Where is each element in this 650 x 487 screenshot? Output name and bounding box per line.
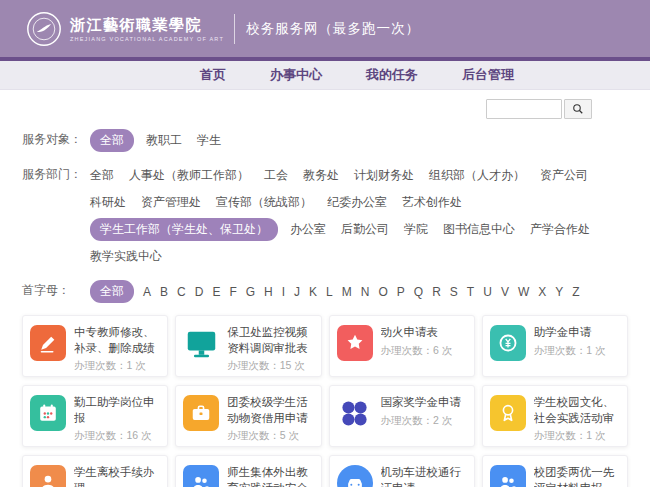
filter-option[interactable]: 资产管理处 bbox=[141, 191, 201, 214]
service-card[interactable]: 助学金申请办理次数：1 次 bbox=[482, 315, 628, 377]
filter-option[interactable]: 全部 bbox=[90, 129, 134, 152]
filter-option[interactable]: W bbox=[518, 282, 529, 302]
card-title: 机动车进校通行证申请 bbox=[381, 465, 467, 487]
service-card-grid: 中专教师修改、补录、删除成绩申请办理次数：1 次保卫处监控视频资料调阅审批表办理… bbox=[22, 315, 628, 487]
filter-option[interactable]: 组织部（人才办） bbox=[429, 164, 525, 187]
nav-item-2[interactable]: 办事中心 bbox=[270, 66, 322, 84]
service-card[interactable]: 校团委两优一先评定材料申报办理次数：1 次 bbox=[482, 455, 628, 487]
service-card[interactable]: 机动车进校通行证申请办理次数：45 次 bbox=[329, 455, 475, 487]
filter-option[interactable]: L bbox=[326, 282, 333, 302]
filter-option[interactable]: 教职工 bbox=[146, 129, 182, 152]
filter-option[interactable]: A bbox=[143, 282, 151, 302]
school-name: 浙江藝術職業學院 bbox=[70, 16, 224, 34]
search-button[interactable] bbox=[564, 99, 592, 119]
card-count: 办理次数：2 次 bbox=[381, 414, 462, 428]
filter-option[interactable]: M bbox=[342, 282, 352, 302]
filter-option[interactable]: O bbox=[378, 282, 387, 302]
filter-option[interactable]: B bbox=[160, 282, 168, 302]
main-content: 服务对象：全部教职工学生服务部门：全部人事处（教师工作部）工会教务处计划财务处组… bbox=[0, 90, 650, 487]
medal-icon bbox=[490, 395, 526, 431]
service-card[interactable]: 学生校园文化、社会实践活动审批备案办理次数：1 次 bbox=[482, 385, 628, 447]
filter-option[interactable]: 学生工作部（学生处、保卫处） bbox=[90, 218, 278, 241]
main-nav: 首页办事中心我的任务后台管理 bbox=[0, 61, 650, 90]
card-title: 学生离校手续办理 bbox=[74, 465, 160, 487]
filter-option[interactable]: 后勤公司 bbox=[341, 218, 389, 241]
filter-option[interactable]: 科研处 bbox=[90, 191, 126, 214]
card-count: 办理次数：1 次 bbox=[534, 344, 606, 358]
filter-option[interactable]: R bbox=[432, 282, 441, 302]
nav-item-4[interactable]: 后台管理 bbox=[462, 66, 514, 84]
filter-option[interactable]: D bbox=[195, 282, 204, 302]
monitor-icon bbox=[183, 325, 219, 361]
filter-option[interactable]: Z bbox=[572, 282, 579, 302]
filter-option[interactable]: F bbox=[229, 282, 236, 302]
filter-option[interactable]: X bbox=[538, 282, 546, 302]
service-card[interactable]: 团委校级学生活动物资借用申请办理次数：5 次 bbox=[175, 385, 321, 447]
service-card[interactable]: 国家奖学金申请办理次数：2 次 bbox=[329, 385, 475, 447]
filter-option[interactable]: G bbox=[246, 282, 255, 302]
filter-option[interactable]: 教务处 bbox=[303, 164, 339, 187]
people-icon bbox=[183, 465, 219, 487]
filter-option[interactable]: 全部 bbox=[90, 164, 114, 187]
filter-option[interactable]: 艺术创作处 bbox=[402, 191, 462, 214]
coin-icon bbox=[490, 325, 526, 361]
card-count: 办理次数：1 次 bbox=[74, 359, 160, 373]
filter-option[interactable]: 学院 bbox=[404, 218, 428, 241]
card-count: 办理次数：16 次 bbox=[74, 429, 160, 443]
filter-label: 服务部门： bbox=[22, 162, 90, 183]
filter-option[interactable]: 人事处（教师工作部） bbox=[129, 164, 249, 187]
car-icon bbox=[337, 465, 373, 487]
filter-option[interactable]: 教学实践中心 bbox=[90, 245, 162, 268]
filter-option[interactable]: 纪委办公室 bbox=[327, 191, 387, 214]
service-card[interactable]: 保卫处监控视频资料调阅审批表办理次数：15 次 bbox=[175, 315, 321, 377]
filter-option[interactable]: J bbox=[294, 282, 300, 302]
card-title: 团委校级学生活动物资借用申请 bbox=[227, 395, 313, 426]
filter-option[interactable]: U bbox=[483, 282, 492, 302]
filter-option[interactable]: 学生 bbox=[197, 129, 221, 152]
person-icon bbox=[30, 465, 66, 487]
filter-row-dept: 服务部门：全部人事处（教师工作部）工会教务处计划财务处组织部（人才办）资产公司科… bbox=[22, 158, 628, 274]
filter-option[interactable]: 产学合作处 bbox=[530, 218, 590, 241]
filter-option[interactable]: V bbox=[501, 282, 509, 302]
calendar-icon bbox=[30, 395, 66, 431]
filter-option[interactable]: K bbox=[309, 282, 317, 302]
filter-option[interactable]: S bbox=[450, 282, 458, 302]
nav-item-1[interactable]: 首页 bbox=[200, 66, 226, 84]
clover-icon bbox=[337, 395, 373, 431]
filter-option[interactable]: Y bbox=[555, 282, 563, 302]
school-logo-icon bbox=[26, 11, 62, 47]
header-divider bbox=[234, 14, 235, 44]
card-title: 助学金申请 bbox=[534, 325, 606, 341]
filter-row-target: 服务对象：全部教职工学生 bbox=[22, 123, 628, 158]
filter-option[interactable]: 全部 bbox=[90, 280, 134, 303]
filter-option[interactable]: Q bbox=[414, 282, 423, 302]
filter-option[interactable]: H bbox=[264, 282, 273, 302]
site-title: 校务服务网（最多跑一次） bbox=[246, 20, 420, 38]
filter-option[interactable]: E bbox=[212, 282, 220, 302]
service-card[interactable]: 动火申请表办理次数：6 次 bbox=[329, 315, 475, 377]
filter-option[interactable]: 资产公司 bbox=[540, 164, 588, 187]
filter-option[interactable]: 图书信息中心 bbox=[443, 218, 515, 241]
search-icon bbox=[572, 103, 584, 115]
filter-option[interactable]: C bbox=[177, 282, 186, 302]
briefcase-icon bbox=[183, 395, 219, 431]
filter-option[interactable]: P bbox=[397, 282, 405, 302]
service-card[interactable]: 学生离校手续办理办理次数：8 次 bbox=[22, 455, 168, 487]
card-title: 校团委两优一先评定材料申报 bbox=[534, 465, 620, 487]
service-card[interactable]: 勤工助学岗位申报办理次数：16 次 bbox=[22, 385, 168, 447]
service-card[interactable]: 师生集体外出教育实践活动安全审批办理次数：49 次 bbox=[175, 455, 321, 487]
search-bar bbox=[22, 99, 628, 119]
filter-option[interactable]: T bbox=[467, 282, 474, 302]
filter-option[interactable]: 计划财务处 bbox=[354, 164, 414, 187]
header: 浙江藝術職業學院 ZHEJIANG VOCATIONAL ACADEMY OF … bbox=[0, 0, 650, 57]
card-title: 国家奖学金申请 bbox=[381, 395, 462, 411]
service-card[interactable]: 中专教师修改、补录、删除成绩申请办理次数：1 次 bbox=[22, 315, 168, 377]
search-input[interactable] bbox=[486, 99, 562, 119]
nav-item-3[interactable]: 我的任务 bbox=[366, 66, 418, 84]
filter-option[interactable]: N bbox=[361, 282, 370, 302]
filter-option[interactable]: 工会 bbox=[264, 164, 288, 187]
pen-icon bbox=[30, 325, 66, 361]
filter-option[interactable]: I bbox=[282, 282, 285, 302]
filter-option[interactable]: 办公室 bbox=[290, 218, 326, 241]
filter-option[interactable]: 宣传部（统战部） bbox=[216, 191, 312, 214]
